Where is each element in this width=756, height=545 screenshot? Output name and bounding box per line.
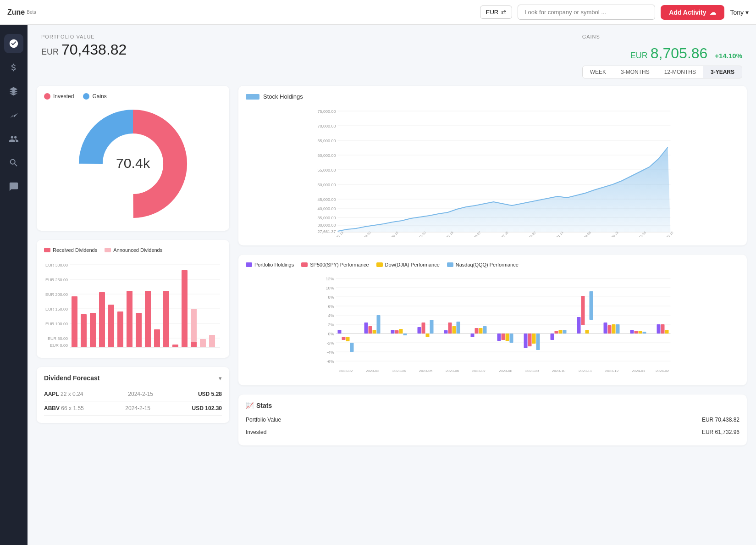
dividends-bar-svg: EUR 300.00 EUR 250.00 EUR 200.00 EUR 150… bbox=[44, 257, 222, 349]
gains-currency: EUR bbox=[630, 51, 648, 61]
svg-text:2023-07: 2023-07 bbox=[472, 369, 486, 373]
svg-rect-26 bbox=[145, 291, 151, 347]
sidebar-item-money[interactable] bbox=[4, 58, 23, 77]
sidebar-item-search[interactable] bbox=[4, 153, 23, 172]
svg-rect-145 bbox=[590, 291, 593, 320]
user-menu[interactable]: Tony ▾ bbox=[730, 9, 749, 16]
svg-rect-30 bbox=[182, 270, 188, 347]
sidebar-item-portfolio[interactable] bbox=[4, 34, 23, 53]
stats-portfolio-value: Portfolio Value EUR 70,438.82 bbox=[246, 414, 739, 426]
svg-rect-146 bbox=[604, 323, 607, 334]
gains-label: GAINS bbox=[582, 34, 600, 39]
aapl-symbol: AAPL bbox=[44, 391, 59, 397]
upload-icon: ☁ bbox=[710, 9, 716, 16]
tab-3years[interactable]: 3-YEARS bbox=[703, 66, 742, 78]
portfolio-currency: EUR bbox=[41, 47, 59, 57]
sidebar bbox=[0, 25, 28, 545]
aapl-amount: USD 5.28 bbox=[198, 391, 222, 397]
header-area: PORTFOLIO VALUE EUR 70,438.82 GAINS EUR … bbox=[37, 34, 747, 78]
invested-val-stat: EUR 61,732.96 bbox=[702, 429, 739, 435]
svg-text:50,000.00: 50,000.00 bbox=[317, 183, 336, 187]
svg-rect-155 bbox=[661, 324, 665, 334]
line-chart-svg: 75,000.00 70,000.00 65,000.00 60,000.00 … bbox=[246, 104, 739, 237]
sp500-label: SP500(SPY) Performance bbox=[310, 262, 369, 267]
svg-text:EUR 200.00: EUR 200.00 bbox=[45, 292, 68, 297]
dividend-header: Dividend Forecast ▾ bbox=[44, 374, 222, 382]
stock-holdings-color bbox=[246, 94, 259, 100]
chevron-down-icon[interactable]: ▾ bbox=[219, 375, 222, 382]
svg-rect-111 bbox=[369, 326, 372, 334]
content-grid: Invested Gains 70.4k bbox=[37, 86, 747, 445]
dividends-legend: Received Dividends Announced Dividends bbox=[44, 247, 222, 253]
currency-button[interactable]: EUR ⇄ bbox=[480, 6, 512, 19]
aapl-detail: 22 x 0.24 bbox=[61, 391, 83, 397]
svg-rect-124 bbox=[452, 326, 456, 334]
gains-dot bbox=[83, 93, 89, 100]
svg-text:-6%: -6% bbox=[326, 359, 334, 364]
portfolio-value-label: Portfolio Value bbox=[246, 417, 281, 423]
svg-text:-4%: -4% bbox=[326, 350, 334, 355]
svg-rect-156 bbox=[665, 330, 669, 334]
svg-rect-136 bbox=[532, 334, 536, 344]
svg-rect-118 bbox=[418, 327, 421, 334]
svg-rect-115 bbox=[395, 330, 399, 334]
svg-rect-138 bbox=[551, 334, 554, 340]
announced-label: Announced Dividends bbox=[113, 247, 162, 253]
gains-value: 8,705.86 bbox=[651, 45, 708, 62]
portfolio-value-val: EUR 70,438.82 bbox=[702, 417, 739, 423]
dividends-bar-card: Received Dividends Announced Dividends E… bbox=[37, 240, 229, 358]
add-activity-button[interactable]: Add Activity ☁ bbox=[661, 5, 724, 20]
svg-rect-25 bbox=[136, 313, 142, 347]
svg-text:EUR 50.00: EUR 50.00 bbox=[48, 336, 68, 341]
svg-text:2024-02: 2024-02 bbox=[656, 369, 669, 373]
svg-rect-143 bbox=[581, 296, 585, 325]
svg-rect-24 bbox=[127, 291, 132, 347]
svg-text:70,000.00: 70,000.00 bbox=[317, 124, 336, 128]
svg-text:2023-10: 2023-10 bbox=[552, 369, 566, 373]
svg-rect-140 bbox=[559, 330, 563, 334]
sidebar-item-stack[interactable] bbox=[4, 82, 23, 101]
gains-section: GAINS EUR 8,705.86 +14.10% WEEK 3-MONTHS… bbox=[582, 34, 742, 78]
svg-text:40,000.00: 40,000.00 bbox=[317, 206, 336, 211]
svg-rect-23 bbox=[117, 311, 123, 347]
sidebar-item-chat[interactable] bbox=[4, 177, 23, 196]
tab-week[interactable]: WEEK bbox=[583, 66, 613, 78]
aapl-symbol-group: AAPL 22 x 0.24 bbox=[44, 391, 83, 397]
svg-rect-116 bbox=[399, 329, 403, 334]
portfolio-holdings-legend: Portfolio Holdings bbox=[246, 262, 294, 267]
nasdaq-label: Nasdaq(QQQ) Performance bbox=[456, 262, 519, 267]
svg-rect-149 bbox=[616, 324, 620, 334]
svg-rect-119 bbox=[422, 323, 425, 334]
svg-text:8%: 8% bbox=[328, 295, 334, 300]
svg-text:10%: 10% bbox=[326, 286, 334, 290]
search-input[interactable] bbox=[518, 5, 655, 20]
portfolio-holdings-label: Portfolio Holdings bbox=[254, 262, 294, 267]
svg-rect-131 bbox=[502, 334, 505, 340]
sidebar-item-chart[interactable] bbox=[4, 106, 23, 125]
svg-text:6%: 6% bbox=[328, 304, 334, 309]
sp500-dot bbox=[301, 262, 308, 267]
tab-12months[interactable]: 12-MONTHS bbox=[657, 66, 703, 78]
stats-invested: Invested EUR 61,732.96 bbox=[246, 426, 739, 438]
svg-rect-19 bbox=[81, 314, 87, 347]
svg-text:2023-05: 2023-05 bbox=[419, 369, 433, 373]
svg-rect-112 bbox=[373, 330, 376, 334]
svg-rect-142 bbox=[577, 317, 581, 334]
svg-text:2023-04: 2023-04 bbox=[392, 369, 406, 373]
djia-dot bbox=[376, 262, 383, 267]
svg-rect-33 bbox=[200, 339, 206, 347]
svg-rect-130 bbox=[497, 334, 501, 341]
stats-icon: 📈 bbox=[246, 402, 254, 409]
received-label: Received Dividends bbox=[53, 247, 97, 253]
tab-3months[interactable]: 3-MONTHS bbox=[613, 66, 657, 78]
sidebar-item-people[interactable] bbox=[4, 129, 23, 149]
svg-text:4%: 4% bbox=[328, 313, 334, 318]
svg-text:30,000.00: 30,000.00 bbox=[317, 223, 336, 228]
svg-text:-2%: -2% bbox=[326, 341, 334, 345]
add-activity-label: Add Activity bbox=[669, 9, 706, 16]
svg-rect-34 bbox=[209, 335, 215, 347]
svg-rect-134 bbox=[524, 334, 528, 348]
svg-text:EUR 300.00: EUR 300.00 bbox=[45, 263, 68, 267]
time-tabs: WEEK 3-MONTHS 12-MONTHS 3-YEARS bbox=[582, 66, 742, 78]
svg-text:2023-11: 2023-11 bbox=[579, 369, 592, 373]
